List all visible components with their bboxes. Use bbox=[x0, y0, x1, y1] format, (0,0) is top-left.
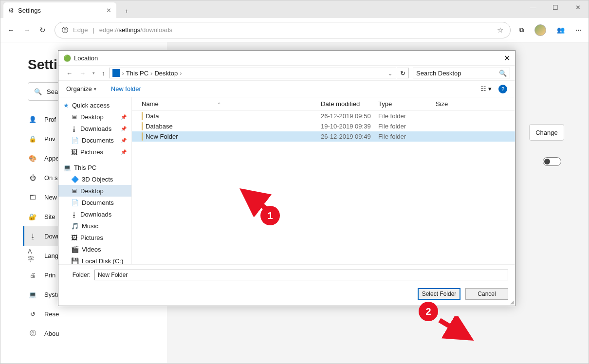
nav-label: Lang bbox=[44, 252, 58, 259]
profile-avatar[interactable] bbox=[534, 24, 546, 36]
toggle-switch[interactable] bbox=[543, 157, 561, 166]
annotation-badge-1: 1 bbox=[260, 206, 280, 225]
breadcrumb[interactable]: › This PC › Desktop › ⌄ bbox=[109, 68, 397, 78]
tree-item[interactable]: 🖼Pictures📌 bbox=[58, 146, 131, 158]
breadcrumb-dropdown-icon[interactable]: ⌄ bbox=[387, 70, 393, 77]
change-button[interactable]: Change bbox=[529, 124, 564, 141]
help-icon[interactable]: ? bbox=[498, 85, 507, 93]
browser-tab[interactable]: ⚙ Settings ✕ bbox=[3, 2, 116, 18]
back-button[interactable]: ← bbox=[7, 26, 15, 34]
nav-icon: 👤 bbox=[28, 116, 37, 123]
nav-back-button[interactable]: ← bbox=[63, 70, 75, 77]
refresh-location-button[interactable]: ↻ bbox=[397, 68, 409, 78]
folder-icon: 💾 bbox=[71, 257, 79, 265]
history-dropdown-icon[interactable]: ▾ bbox=[90, 71, 98, 75]
folder-icon: 🎬 bbox=[71, 246, 79, 253]
tab-close-icon[interactable]: ✕ bbox=[106, 7, 111, 14]
folder-icon: 🖥 bbox=[71, 113, 77, 121]
nav-icon: 🎨 bbox=[28, 155, 37, 162]
settings-nav-item[interactable]: ⓔAbou bbox=[28, 324, 167, 343]
tree-item[interactable]: 💾Local Disk (C:) bbox=[58, 255, 131, 264]
window-close[interactable]: ✕ bbox=[567, 0, 589, 15]
cancel-button[interactable]: Cancel bbox=[465, 288, 508, 300]
nav-label: Prin bbox=[44, 272, 55, 279]
tree-item[interactable]: 🖥Desktop📌 bbox=[58, 111, 131, 123]
organize-menu[interactable]: Organize ▾ bbox=[66, 85, 96, 92]
tab-title: Settings bbox=[18, 7, 41, 14]
nav-icon: ⭳ bbox=[28, 233, 37, 240]
column-headers[interactable]: Name⌃ Date modified Type Size bbox=[132, 97, 515, 111]
nav-label: Site bbox=[44, 213, 55, 220]
edge-label: Edge bbox=[73, 26, 88, 34]
nav-icon: ⓔ bbox=[28, 329, 37, 338]
nav-label: Abou bbox=[44, 330, 59, 337]
tree-item[interactable]: 🖼Pictures bbox=[58, 232, 131, 243]
tree-item[interactable]: 🔷3D Objects bbox=[58, 173, 131, 185]
file-row[interactable]: New Folder26-12-2019 09:49File folder bbox=[132, 131, 515, 142]
folder-icon: 🔷 bbox=[71, 176, 79, 183]
nav-icon: 🖨 bbox=[28, 272, 37, 279]
search-icon: 🔍 bbox=[34, 88, 42, 95]
svg-line-1 bbox=[440, 320, 470, 338]
nav-label: On s bbox=[44, 174, 57, 182]
tree-item[interactable]: 📄Documents bbox=[58, 197, 131, 208]
folder-icon bbox=[142, 122, 143, 130]
pin-icon: 📌 bbox=[121, 149, 127, 155]
folder-icon: 🎵 bbox=[71, 222, 79, 230]
tree-item[interactable]: ⭳Downloads📌 bbox=[58, 123, 131, 134]
nav-icon: 🔐 bbox=[28, 213, 37, 220]
folder-icon: 🖼 bbox=[71, 148, 77, 156]
select-folder-button[interactable]: Select Folder bbox=[418, 288, 460, 300]
folder-icon: 📄 bbox=[71, 199, 79, 206]
nav-label: Priv bbox=[44, 135, 55, 143]
tree-item[interactable]: 🎵Music bbox=[58, 220, 131, 232]
tree-item[interactable]: ⭳Downloads bbox=[58, 208, 131, 220]
forward-button: → bbox=[23, 26, 31, 34]
nav-icon: ⏻ bbox=[28, 174, 37, 182]
pc-icon bbox=[112, 69, 120, 77]
nav-icon: ↺ bbox=[28, 310, 37, 318]
new-folder-button[interactable]: New folder bbox=[111, 85, 141, 92]
folder-icon bbox=[142, 112, 143, 120]
file-row[interactable]: Database19-10-2019 09:39File folder bbox=[132, 121, 515, 131]
window-minimize[interactable]: — bbox=[522, 0, 544, 15]
nav-up-button[interactable]: ↑ bbox=[99, 70, 108, 77]
view-options-icon[interactable]: ☷ ▾ bbox=[480, 85, 492, 92]
app-icon: 🟢 bbox=[63, 55, 71, 62]
nav-icon: A字 bbox=[28, 248, 37, 264]
folder-icon: 📄 bbox=[71, 137, 79, 144]
this-pc-header[interactable]: 💻This PC bbox=[58, 162, 131, 173]
address-bar[interactable]: ⓔ Edge | edge://settings/downloads ☆ bbox=[55, 22, 511, 38]
collections-icon[interactable]: ⧉ bbox=[519, 26, 524, 34]
new-tab-button[interactable]: + bbox=[119, 3, 134, 18]
folder-label: Folder: bbox=[65, 272, 91, 278]
nav-label: New bbox=[44, 194, 57, 201]
annotation-arrow-2 bbox=[436, 316, 479, 346]
folder-icon: 🖼 bbox=[71, 234, 77, 241]
dialog-close-icon[interactable]: ✕ bbox=[504, 54, 510, 63]
pin-icon: 📌 bbox=[121, 138, 127, 143]
more-menu-icon[interactable]: ⋯ bbox=[575, 26, 582, 34]
nav-forward-button: → bbox=[76, 70, 89, 77]
search-folder-input[interactable]: Search Desktop 🔍 bbox=[413, 68, 510, 78]
pin-icon: 📌 bbox=[121, 126, 127, 131]
tree-item[interactable]: 🎬Videos bbox=[58, 243, 131, 255]
pin-icon: 📌 bbox=[121, 114, 127, 120]
refresh-button[interactable]: ↻ bbox=[39, 26, 46, 35]
nav-icon: 💻 bbox=[28, 291, 37, 298]
person-icon[interactable]: 👥 bbox=[557, 26, 565, 34]
folder-picker-dialog: 🟢 Location ✕ ← → ▾ ↑ › This PC › Desktop… bbox=[58, 50, 515, 306]
file-row[interactable]: Data26-12-2019 09:50File folder bbox=[132, 111, 515, 121]
folder-icon bbox=[142, 132, 143, 141]
tree-item[interactable]: 📄Documents📌 bbox=[58, 134, 131, 146]
folder-icon: 🖥 bbox=[71, 187, 77, 195]
edge-logo-icon: ⓔ bbox=[62, 26, 68, 35]
settings-nav-item[interactable]: ↺Rese bbox=[28, 304, 167, 324]
folder-name-input[interactable] bbox=[94, 270, 508, 280]
resize-grip-icon[interactable]: ◢ bbox=[510, 299, 514, 305]
quick-access-header[interactable]: ★Quick access bbox=[58, 99, 131, 111]
dialog-title: Location bbox=[74, 55, 98, 62]
favorite-star-icon[interactable]: ☆ bbox=[497, 26, 503, 35]
window-maximize[interactable]: ☐ bbox=[544, 0, 567, 15]
tree-item[interactable]: 🖥Desktop bbox=[58, 185, 131, 197]
